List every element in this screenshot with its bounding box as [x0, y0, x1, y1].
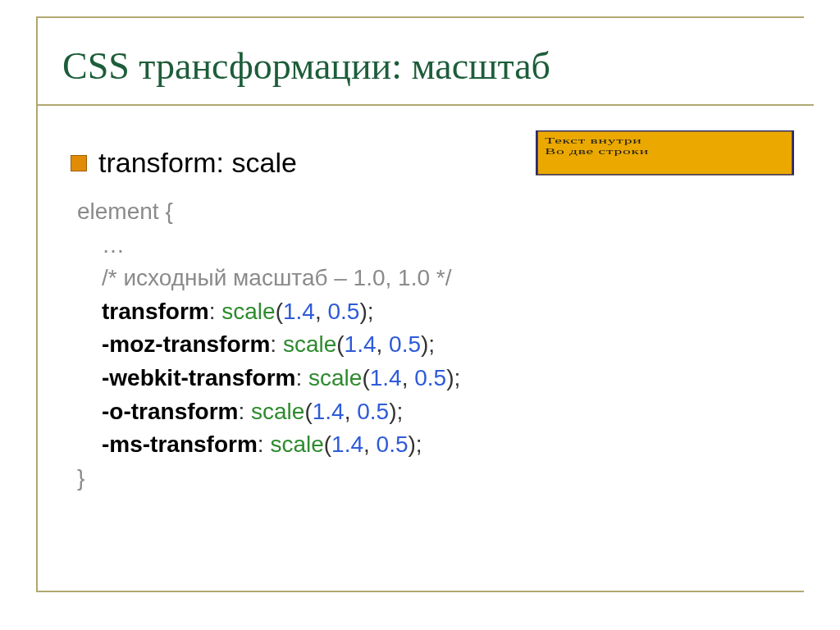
code-selector: element { [77, 195, 794, 229]
slide-title: CSS трансформации: масштаб [62, 44, 794, 88]
code-prop-line: -moz-transform: scale(1.4, 0.5); [77, 328, 794, 362]
prop-name: -moz-transform [102, 331, 270, 357]
paren-open: ( [304, 399, 312, 424]
code-close: } [77, 462, 794, 495]
colon: : [209, 299, 222, 324]
prop-arg-a: 1.4 [331, 431, 363, 457]
prop-arg-b: 0.5 [414, 365, 446, 390]
paren-open: ( [362, 365, 369, 390]
comma: , [315, 299, 328, 324]
paren-open: ( [276, 299, 283, 324]
prop-arg-a: 1.4 [370, 365, 402, 390]
prop-name: -webkit-transform [102, 365, 295, 390]
prop-arg-b: 0.5 [377, 431, 409, 457]
frame-bottom [36, 591, 804, 592]
code-prop-line: -webkit-transform: scale(1.4, 0.5); [77, 362, 794, 395]
frame-left [36, 16, 38, 591]
prop-arg-a: 1.4 [313, 399, 345, 424]
comma: , [377, 331, 390, 357]
colon: : [270, 331, 283, 357]
prop-fn: scale [283, 331, 336, 357]
code-prop-line: transform: scale(1.4, 0.5); [77, 295, 794, 329]
colon: : [295, 365, 308, 390]
code-block: element { … /* исходный масштаб – 1.0, 1… [77, 195, 794, 495]
colon: : [238, 399, 251, 424]
square-bullet-icon [71, 155, 87, 171]
prop-fn: scale [308, 365, 362, 390]
paren-open: ( [336, 331, 344, 357]
paren-close: ); [409, 431, 422, 457]
prop-arg-b: 0.5 [327, 299, 359, 324]
prop-arg-a: 1.4 [283, 299, 315, 324]
code-ellipsis: … [77, 229, 794, 262]
paren-open: ( [324, 431, 331, 457]
prop-fn: scale [270, 431, 323, 457]
prop-name: -ms-transform [102, 431, 258, 457]
prop-name: -o-transform [102, 399, 238, 424]
prop-name: transform [102, 299, 209, 324]
comma: , [345, 399, 358, 424]
code-prop-line: -o-transform: scale(1.4, 0.5); [77, 395, 794, 429]
colon: : [258, 431, 271, 457]
prop-arg-b: 0.5 [357, 399, 389, 424]
code-prop-line: -ms-transform: scale(1.4, 0.5); [77, 428, 794, 462]
comma: , [363, 431, 377, 457]
prop-fn: scale [221, 299, 275, 324]
example-box: Текст внутри Во две строки [536, 130, 794, 176]
paren-close: ); [389, 399, 403, 424]
prop-arg-b: 0.5 [389, 331, 421, 357]
prop-fn: scale [251, 399, 304, 424]
title-underline [36, 104, 814, 106]
paren-close: ); [421, 331, 435, 357]
bullet-text: transform: scale [98, 147, 297, 179]
comma: , [402, 365, 415, 390]
slide: CSS трансформации: масштаб Текст внутри … [0, 0, 840, 630]
frame-top [36, 16, 804, 18]
example-line-1: Текст внутри [545, 136, 787, 147]
prop-arg-a: 1.4 [345, 331, 377, 357]
example-line-2: Во две строки [545, 147, 787, 158]
content-area: Текст внутри Во две строки transform: sc… [71, 147, 794, 495]
paren-close: ); [446, 365, 460, 390]
code-comment: /* исходный масштаб – 1.0, 1.0 */ [77, 262, 794, 295]
paren-close: ); [359, 299, 373, 324]
